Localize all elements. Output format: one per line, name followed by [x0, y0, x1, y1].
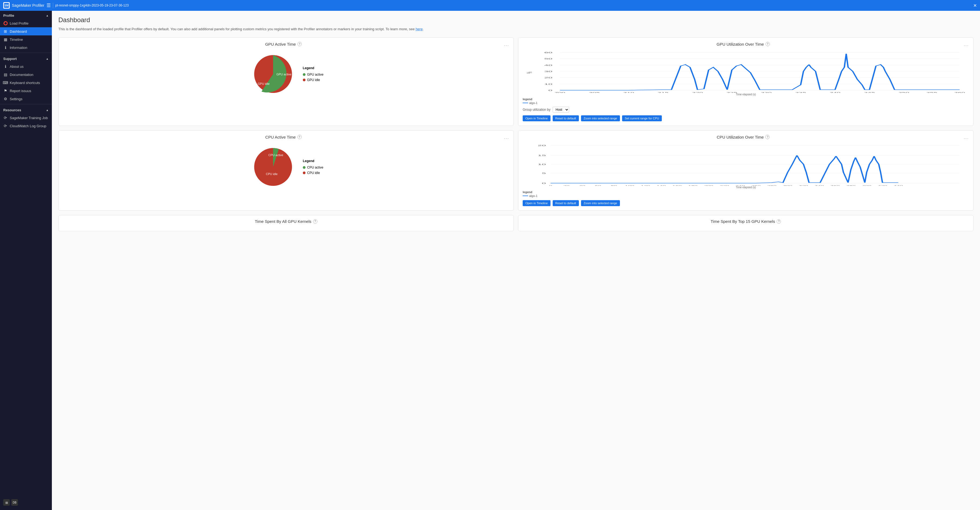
svg-text:40: 40 — [544, 64, 553, 66]
cloudwatch-icon: ⟳ — [3, 124, 8, 128]
reset-default-cpu-button[interactable]: Reset to default — [553, 200, 579, 206]
app-logo: SM — [3, 2, 10, 9]
gpu-util-legend: legend algo-1 — [523, 97, 969, 105]
svg-text:40: 40 — [579, 185, 585, 186]
reset-default-gpu-button[interactable]: Reset to default — [553, 115, 579, 121]
sidebar-bottom-icon-2[interactable]: DB — [11, 499, 18, 506]
zoom-selected-gpu-button[interactable]: Zoom into selected range — [581, 115, 620, 121]
cpu-util-x-label: Time elapsed (s) — [523, 186, 969, 189]
svg-text:335: 335 — [795, 92, 806, 93]
sidebar-section-support: Support ▲ — [0, 54, 52, 62]
gpu-idle-dot — [303, 79, 305, 81]
cpu-utilization-menu[interactable]: ··· — [964, 136, 969, 141]
gpu-group-by-row: Group utilization by Host GPU — [523, 107, 969, 113]
top15-kernels-panel: Time Spent By Top 15 GPU Kernels ? — [518, 215, 974, 231]
sidebar-item-keyboard-shortcuts[interactable]: ⌨ Keyboard shortcuts — [0, 79, 52, 87]
cpu-active-time-menu[interactable]: ··· — [504, 136, 509, 141]
cpu-legend-title: Legend — [303, 159, 323, 163]
cpu-active-label: CPU active — [268, 153, 283, 157]
profile-id: pt-resnet-smppy-1xg4dn-2023-05-19-23-07-… — [56, 3, 129, 7]
svg-text:310: 310 — [623, 92, 634, 93]
gpu-utilization-help-icon[interactable]: ? — [765, 42, 770, 46]
svg-text:10: 10 — [538, 163, 546, 165]
gpu-active-time-title: GPU Active Time ? — [63, 42, 504, 46]
svg-text:50: 50 — [544, 57, 553, 60]
sidebar-item-about-us[interactable]: ℹ About us — [0, 62, 52, 70]
gpu-utilization-menu[interactable]: ··· — [964, 43, 969, 48]
menu-icon[interactable]: ☰ — [46, 2, 51, 8]
svg-text:360: 360 — [830, 185, 840, 186]
gpu-utilization-chart: 60 50 40 30 20 10 0 % 300 305 310 315 — [523, 50, 969, 93]
svg-text:15: 15 — [538, 154, 546, 156]
zoom-selected-cpu-button[interactable]: Zoom into selected range — [581, 200, 620, 206]
gpu-active-label: GPU active — [276, 73, 291, 76]
cpu-pie-legend: Legend CPU active CPU idle — [303, 159, 323, 175]
content-area: Dashboard This is the dashboard of the l… — [52, 11, 980, 510]
gpu-pie-container: GPU active GPU idle Legend GPU active GP… — [63, 50, 509, 99]
sidebar-section-profile: Profile ▲ — [0, 11, 52, 19]
close-button[interactable]: ✕ — [973, 3, 977, 8]
cpu-idle-label: CPU idle — [266, 172, 277, 176]
svg-text:260: 260 — [751, 185, 760, 186]
gpu-active-time-panel: GPU Active Time ? ··· GPU active GPU — [58, 37, 514, 126]
svg-text:240: 240 — [735, 185, 745, 186]
svg-text:100: 100 — [625, 185, 634, 186]
settings-icon: ⚙ — [3, 97, 8, 101]
svg-text:350: 350 — [899, 92, 909, 93]
svg-text:60: 60 — [595, 185, 601, 186]
svg-text:340: 340 — [815, 185, 824, 186]
svg-text:325: 325 — [726, 92, 737, 93]
sidebar-bottom-icon-1[interactable]: ▤ — [3, 499, 10, 506]
gpu-active-time-menu[interactable]: ··· — [504, 43, 509, 48]
gpu-active-time-help-icon[interactable]: ? — [298, 42, 302, 46]
sidebar-item-settings[interactable]: ⚙ Settings — [0, 95, 52, 103]
gpu-pie-chart: GPU active GPU idle — [249, 50, 298, 99]
sidebar-item-load-profile[interactable]: ⭕ Load Profile — [0, 19, 52, 27]
topbar-left: SM SageMaker Profiler ☰ pt-resnet-smppy-… — [3, 2, 129, 9]
svg-text:340: 340 — [830, 92, 840, 93]
sagemaker-training-icon: ⟳ — [3, 116, 8, 120]
gpu-util-legend-line — [523, 103, 528, 103]
gpu-utilization-panel: GPU Utilization Over Time ? ··· — [518, 37, 974, 126]
cpu-util-legend-line — [523, 195, 528, 196]
sidebar-item-timeline[interactable]: ▦ Timeline — [0, 35, 52, 43]
cpu-util-legend: legend algo-1 — [523, 191, 969, 197]
svg-text:300: 300 — [783, 185, 792, 186]
sidebar-item-information[interactable]: ℹ Information — [0, 43, 52, 52]
app-title: SageMaker Profiler — [12, 3, 44, 8]
sidebar-item-cloudwatch[interactable]: ⟳ CloudWatch Log Group — [0, 122, 52, 130]
svg-text:20: 20 — [563, 185, 570, 186]
keyboard-shortcuts-icon: ⌨ — [3, 81, 8, 85]
top15-kernels-help-icon[interactable]: ? — [776, 219, 781, 224]
svg-text:5: 5 — [542, 172, 546, 174]
svg-text:60: 60 — [544, 51, 553, 54]
sidebar-bottom: ▤ DB — [0, 497, 52, 508]
cpu-utilization-chart-wrapper: 20 15 10 5 0 0 20 40 60 80 100 120 140 — [523, 143, 969, 189]
chevron-up-icon-support: ▲ — [46, 57, 49, 60]
svg-text:360: 360 — [954, 92, 965, 93]
svg-text:160: 160 — [672, 185, 681, 186]
open-timeline-gpu-button[interactable]: Open in Timeline — [523, 115, 550, 121]
svg-text:345: 345 — [864, 92, 875, 93]
gpu-kernels-help-icon[interactable]: ? — [313, 219, 317, 224]
gpu-active-dot — [303, 73, 305, 76]
cpu-utilization-title: CPU Utilization Over Time ? — [523, 135, 964, 140]
gpu-pie-legend: Legend GPU active GPU idle — [303, 66, 324, 82]
about-us-icon: ℹ — [3, 64, 8, 68]
cpu-active-time-panel: CPU Active Time ? ··· CPU active CPU idl… — [58, 130, 514, 211]
here-link[interactable]: here — [416, 27, 423, 31]
cpu-active-dot — [303, 166, 305, 169]
svg-text:20: 20 — [538, 144, 546, 146]
gpu-group-by-select[interactable]: Host GPU — [553, 107, 569, 113]
sidebar-item-documentation[interactable]: ▤ Documentation — [0, 70, 52, 79]
sidebar-item-report-issues[interactable]: ⚑ Report issuus — [0, 87, 52, 95]
cpu-utilization-help-icon[interactable]: ? — [765, 135, 770, 139]
sidebar-item-sagemaker-training[interactable]: ⟳ SageMaker Training Job — [0, 114, 52, 122]
cpu-active-time-help-icon[interactable]: ? — [298, 135, 302, 139]
open-timeline-cpu-button[interactable]: Open in Timeline — [523, 200, 550, 206]
svg-text:%: % — [525, 71, 533, 73]
sidebar-item-dashboard[interactable]: ⊞ Dashboard — [0, 27, 52, 35]
svg-text:SM: SM — [5, 4, 9, 7]
cpu-idle-dot — [303, 172, 305, 174]
set-range-cpu-button[interactable]: Set current range for CPU — [622, 115, 662, 121]
